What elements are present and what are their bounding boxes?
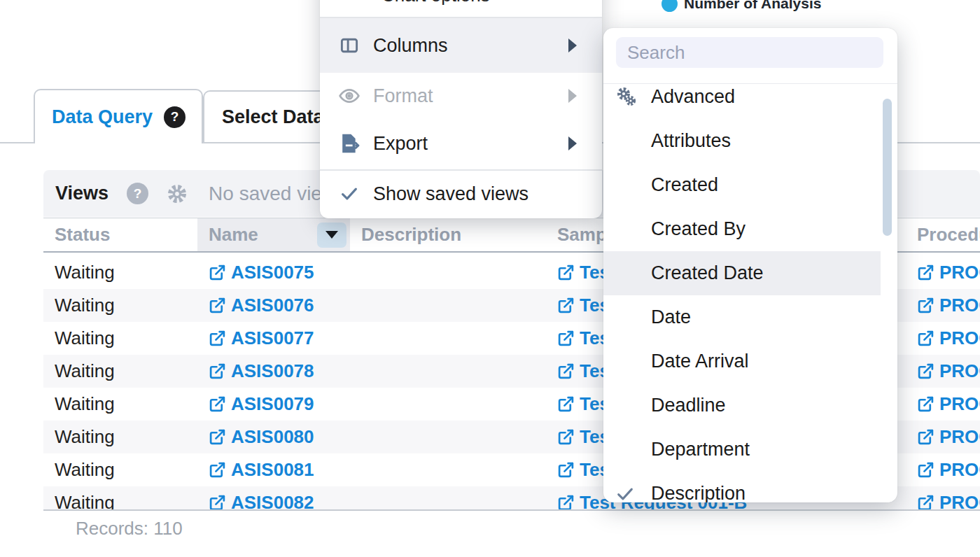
column-menu-button[interactable] (317, 223, 346, 248)
status-cell: Waiting (55, 322, 115, 355)
submenu-item-description[interactable]: Description (603, 472, 881, 502)
external-link-icon (917, 330, 934, 347)
submenu-item-date-arrival[interactable]: Date Arrival (603, 339, 881, 383)
column-header-status[interactable]: Status (43, 218, 197, 251)
external-link-icon (557, 428, 575, 446)
external-link-icon (557, 264, 575, 281)
column-header-name-label: Name (209, 224, 258, 246)
submenu-arrow-icon (568, 38, 577, 52)
submenu-item-created-by[interactable]: Created By (603, 207, 881, 251)
menu-item-show-saved-views-label: Show saved views (373, 183, 528, 205)
submenu-item-attributes[interactable]: Attributes (603, 119, 881, 163)
external-link-icon (209, 494, 226, 509)
column-header-description[interactable]: Description (350, 218, 546, 251)
column-header-name[interactable]: Name (197, 218, 350, 251)
check-icon (338, 183, 360, 204)
views-help-icon[interactable]: ? (127, 183, 148, 204)
submenu-item-department[interactable]: Department (603, 428, 881, 472)
menu-item-export-label: Export (373, 133, 428, 155)
status-cell: Waiting (55, 355, 115, 388)
external-link-icon (917, 362, 934, 380)
tab-select-data-label: Select Data (222, 106, 324, 128)
submenu-list: Advanced Attributes Created Created By C… (603, 84, 897, 502)
submenu-item-created[interactable]: Created (603, 163, 881, 207)
submenu-item-advanced[interactable]: Advanced (603, 84, 881, 119)
external-link-icon (557, 330, 575, 347)
status-cell: Waiting (55, 256, 115, 289)
record-link[interactable]: ASIS0075 (209, 262, 314, 283)
submenu-arrow-icon (568, 136, 577, 150)
submenu-item-created-date[interactable]: Created Date (603, 251, 881, 295)
views-title: Views (55, 183, 108, 204)
status-cell: Waiting (55, 486, 115, 509)
tab-select-data[interactable]: Select Data (203, 90, 329, 142)
menu-item-columns[interactable]: Columns (320, 18, 602, 73)
advanced-gears-icon (615, 85, 638, 109)
submenu-item-date[interactable]: Date (603, 295, 881, 339)
external-link-icon (209, 264, 226, 281)
procedure-link[interactable]: PROC (917, 459, 980, 481)
records-count: Records: 110 (76, 518, 183, 540)
record-link[interactable]: ASIS0078 (209, 360, 314, 382)
external-link-icon (557, 362, 575, 380)
submenu-arrow-icon (568, 89, 577, 103)
context-menu-partial-item[interactable]: Chart options (382, 0, 490, 6)
views-gear-icon[interactable] (165, 182, 189, 206)
menu-item-format[interactable]: Format (320, 73, 602, 119)
tab-data-query[interactable]: Data Query ? (34, 89, 203, 143)
external-link-icon (209, 428, 226, 446)
external-link-icon (917, 395, 934, 413)
help-icon[interactable]: ? (164, 106, 186, 128)
record-link[interactable]: ASIS0081 (209, 459, 314, 481)
procedure-link[interactable]: PROC (917, 295, 980, 316)
columns-icon (338, 35, 360, 56)
column-header-procedure[interactable]: Procedure (910, 218, 980, 251)
procedure-link[interactable]: PROC (917, 262, 980, 283)
menu-item-export[interactable]: Export (320, 119, 602, 168)
record-link[interactable]: ASIS0079 (209, 393, 314, 415)
record-link[interactable]: ASIS0080 (209, 426, 314, 448)
status-cell: Waiting (55, 421, 115, 453)
eye-icon (338, 85, 360, 107)
record-link[interactable]: ASIS0076 (209, 295, 314, 316)
external-link-icon (557, 395, 575, 413)
menu-item-show-saved-views[interactable]: Show saved views (320, 171, 602, 217)
status-cell: Waiting (55, 289, 115, 322)
columns-submenu: Advanced Attributes Created Created By C… (603, 28, 897, 502)
external-link-icon (917, 461, 934, 479)
record-link[interactable]: ASIS0082 (209, 492, 314, 509)
record-link[interactable]: ASIS0077 (209, 327, 314, 349)
tab-data-query-label: Data Query (52, 106, 153, 128)
procedure-link[interactable]: PROC (917, 393, 980, 415)
procedure-link[interactable]: PROC (917, 492, 980, 509)
external-link-icon (557, 494, 575, 509)
legend-dot (662, 0, 678, 12)
external-link-icon (557, 461, 575, 479)
external-link-icon (917, 297, 934, 314)
external-link-icon (209, 330, 226, 347)
procedure-link[interactable]: PROC (917, 327, 980, 349)
chevron-down-icon (326, 231, 338, 239)
submenu-item-deadline[interactable]: Deadline (603, 383, 881, 428)
external-link-icon (209, 461, 226, 479)
context-menu: Chart options Columns Format (320, 0, 602, 218)
external-link-icon (209, 362, 226, 380)
external-link-icon (209, 297, 226, 314)
status-cell: Waiting (55, 453, 115, 486)
external-link-icon (557, 297, 575, 314)
external-link-icon (917, 428, 934, 446)
search-input[interactable] (616, 37, 883, 68)
external-link-icon (917, 494, 934, 509)
external-link-icon (917, 264, 934, 281)
legend-label: Number of Analysis (684, 0, 821, 12)
procedure-link[interactable]: PROC (917, 426, 980, 448)
menu-item-format-label: Format (373, 85, 433, 107)
external-link-icon (209, 395, 226, 413)
table-bottom-border (43, 509, 980, 511)
procedure-link[interactable]: PROC (917, 360, 980, 382)
status-cell: Waiting (55, 388, 115, 421)
check-icon (615, 484, 636, 503)
export-icon (338, 133, 360, 154)
menu-item-columns-label: Columns (373, 35, 448, 57)
scrollbar-thumb[interactable] (883, 99, 892, 236)
